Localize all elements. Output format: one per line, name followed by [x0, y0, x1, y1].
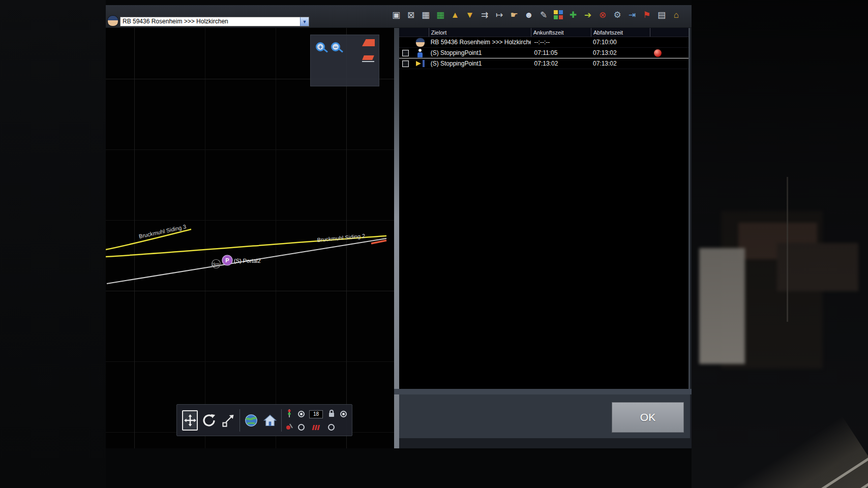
depot-icon[interactable]: ⌂: [669, 7, 683, 22]
edit-timetable-icon[interactable]: ✎: [536, 7, 551, 22]
timetable-row[interactable]: (S) StoppingPoint1 07:11:05 07:13:02: [399, 48, 689, 58]
drive-arrow-icon[interactable]: ➔: [581, 7, 595, 22]
grid-large-icon[interactable]: ▦: [433, 7, 447, 22]
zoom-out-icon[interactable]: −: [331, 42, 340, 51]
siding2-label: Bruckmuhl Siding 2: [317, 233, 365, 243]
move-down-icon[interactable]: ▼: [463, 7, 477, 22]
add-service-icon[interactable]: ✚: [566, 7, 580, 22]
insert-after-icon[interactable]: ↦: [492, 7, 506, 22]
dropdown-arrow-icon[interactable]: ▼: [300, 17, 309, 26]
row-arrival-time: --:--:--: [531, 37, 591, 47]
row-checkbox-cell: [399, 48, 412, 58]
route-selector[interactable]: RB 59436 Rosenheim >>> Holzkirchen ▼: [120, 17, 309, 26]
timetable-row[interactable]: RB 59436 Rosenheim >>> Holzkirche --:--:…: [399, 37, 689, 48]
passengers-icon[interactable]: ☻: [522, 7, 536, 22]
row-icon-cell: [412, 37, 429, 47]
move-node-tool-button[interactable]: [221, 410, 236, 431]
row-departure-time: 07:10:00: [591, 37, 650, 47]
snap-value-box[interactable]: 18: [309, 410, 323, 418]
consist-colors-icon[interactable]: [551, 7, 565, 22]
column-header-blank: [399, 28, 429, 37]
row-arrival-time: 07:13:02: [531, 58, 591, 69]
top-black-strip: [106, 0, 692, 5]
service-settings-icon[interactable]: ⚙: [610, 7, 624, 22]
home-view-button[interactable]: [262, 410, 278, 431]
row-destination: (S) StoppingPoint1: [429, 48, 531, 58]
row-checkbox[interactable]: [402, 50, 409, 56]
delete-icon[interactable]: ⊠: [404, 7, 418, 22]
timetable-header: Zielort Ankunftszeit Abfahrtszeit: [399, 28, 689, 37]
row-checkbox[interactable]: [402, 60, 409, 67]
scenario-editor-screen: RB 59436 Rosenheim >>> Holzkirchen ▼ ▣ ⊠…: [0, 0, 868, 488]
driver-avatar-icon: [416, 38, 425, 47]
portal-exit-icon[interactable]: ⇥: [625, 7, 639, 22]
radio-snap-grid[interactable]: [340, 411, 347, 417]
flag-icon[interactable]: ⚑: [640, 7, 654, 22]
editor-toolbar: ▣ ⊠ ▦ ▦ ▲ ▼ ⇉ ↦ ☛ ☻ ✎ ✚ ➔ ⊗ ⚙ ⇥ ⚑ ▤ ⌂: [389, 6, 691, 23]
row-icon-cell: [412, 58, 429, 69]
signal-filter-icon[interactable]: [285, 408, 293, 420]
map-filter-cluster: 18: [285, 408, 347, 433]
portal-badge: P: [225, 257, 229, 263]
ok-button[interactable]: OK: [612, 402, 684, 433]
lock-icon[interactable]: [327, 409, 336, 420]
save-icon[interactable]: ▣: [389, 7, 403, 22]
red-marks-icon[interactable]: [313, 425, 319, 430]
driver-avatar-icon: [108, 16, 118, 26]
pan-tool-button[interactable]: [182, 410, 198, 431]
row-icon-cell: [412, 48, 429, 58]
globe-icon: [244, 413, 259, 428]
scenery-dim-overlay: [692, 0, 868, 488]
world-view-button[interactable]: [244, 410, 259, 431]
passenger-stop-icon: [416, 49, 424, 57]
row-status-cell: [650, 58, 689, 69]
radio-rotation-snap[interactable]: [328, 424, 335, 431]
remove-service-icon[interactable]: ⊗: [595, 7, 610, 22]
row-departure-time: 07:13:02: [591, 48, 650, 58]
grid-small-icon[interactable]: ▦: [418, 7, 433, 22]
row-checkbox-cell: [399, 58, 412, 69]
ruler-icon[interactable]: ▤: [654, 7, 669, 22]
junction-icon: [285, 422, 293, 431]
red-track-marker-icon[interactable]: [362, 39, 375, 46]
column-header-abfahrtszeit[interactable]: Abfahrtszeit: [591, 28, 650, 37]
column-header-zielort[interactable]: Zielort: [429, 28, 531, 37]
pointer-icon[interactable]: ☛: [507, 7, 521, 22]
panel-divider[interactable]: [394, 28, 399, 448]
bottom-black-strip: [106, 448, 692, 488]
zoom-in-icon[interactable]: +: [316, 42, 325, 51]
radio-snap-terrain[interactable]: [298, 411, 305, 417]
rotate-tool-button[interactable]: [201, 410, 217, 431]
row-destination: (S) StoppingPoint1: [429, 58, 531, 69]
row-status-cell: [650, 48, 689, 58]
signal-icon: [285, 408, 293, 418]
padlock-icon: [327, 409, 336, 418]
toolbar-divider: [281, 409, 282, 432]
consist-color-squares: [554, 10, 563, 19]
map-tracks-layer: Bruckmuhl Siding 3 Bruckmuhl Siding 2 2k…: [106, 28, 394, 448]
left-black-strip: [0, 0, 106, 488]
late-status-icon: [654, 49, 662, 57]
timetable-panel: Zielort Ankunftszeit Abfahrtszeit RB 594…: [399, 28, 690, 389]
home-icon: [263, 413, 277, 428]
row-departure-time: 07:13:02: [591, 58, 650, 69]
route-map-2d[interactable]: Bruckmuhl Siding 3 Bruckmuhl Siding 2 2k…: [106, 28, 394, 448]
red-track-marker-line-icon[interactable]: [362, 55, 374, 62]
move-up-icon[interactable]: ▲: [448, 7, 462, 22]
row-checkbox-cell: [399, 37, 412, 47]
row-destination: RB 59436 Rosenheim >>> Holzkirche: [429, 37, 531, 47]
column-header-ankunftszeit[interactable]: Ankunftszeit: [531, 28, 591, 37]
junction-filter-icon[interactable]: [285, 422, 293, 433]
radio-free-move[interactable]: [298, 424, 305, 431]
portal-label: (S) Portal2: [234, 258, 261, 264]
map-toolbar: 18: [176, 404, 352, 436]
timetable-row[interactable]: (S) StoppingPoint1 07:13:02 07:13:02: [399, 58, 689, 69]
dialog-footer: OK: [399, 394, 690, 438]
footer-divider-strip: [394, 389, 692, 394]
background-scenery: [692, 0, 868, 488]
portal-exit-row-icon: [416, 60, 425, 67]
move-node-icon: [221, 413, 235, 428]
column-header-status: [650, 28, 689, 37]
map-overlay-panel: + −: [310, 35, 379, 86]
insert-before-icon[interactable]: ⇉: [477, 7, 492, 22]
